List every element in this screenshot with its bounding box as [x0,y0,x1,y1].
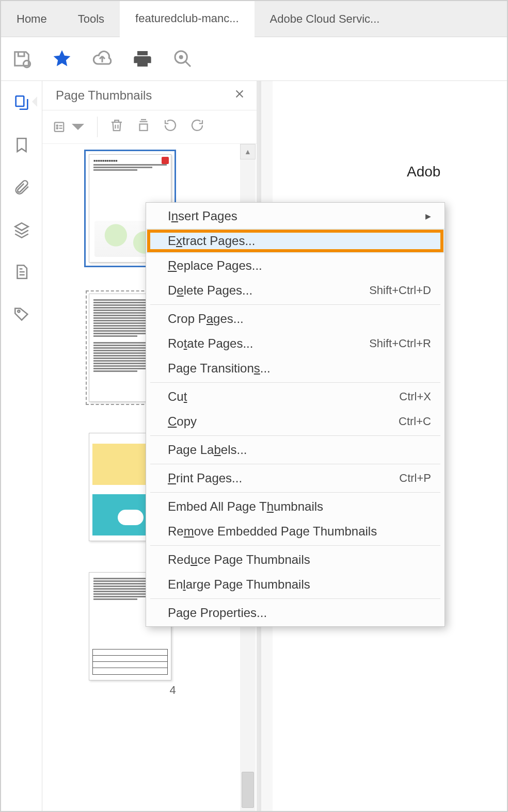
menu-copy[interactable]: Copy Ctrl+C [146,409,444,434]
attachment-icon[interactable] [13,178,30,199]
toolbar [1,37,507,81]
menu-page-transitions[interactable]: Page Transitions... [146,356,444,381]
save-icon[interactable] [11,48,32,69]
tab-bar: Home Tools featuredclub-manc... Adobe Cl… [1,1,507,37]
svg-rect-5 [55,122,64,132]
menu-insert-pages[interactable]: Insert Pages ▶ [146,204,444,229]
menu-page-properties[interactable]: Page Properties... [146,600,444,625]
menu-reduce-thumbnails[interactable]: Reduce Page Thumbnails [146,547,444,572]
shortcut-label: Shift+Ctrl+R [369,337,431,350]
menu-rotate-pages[interactable]: Rotate Pages... Shift+Ctrl+R [146,331,444,356]
panel-title: Page Thumbnails [56,88,152,103]
cloud-upload-icon[interactable] [92,48,113,69]
page-number-label: 4 [89,684,257,697]
context-menu: Insert Pages ▶ Extract Pages... Replace … [146,202,445,627]
tab-document-cloud-services[interactable]: Adobe Cloud Servic... [255,1,395,37]
thumbnails-icon[interactable] [13,94,30,115]
separator [150,545,440,546]
menu-replace-pages[interactable]: Replace Pages... [146,253,444,278]
navigation-pane [1,81,42,811]
separator [150,492,440,493]
star-icon[interactable] [52,48,72,69]
svg-point-2 [180,56,182,58]
menu-embed-thumbnails[interactable]: Embed All Page Thumbnails [146,494,444,519]
shortcut-label: Ctrl+P [399,472,431,485]
insert-page-icon[interactable] [136,118,151,136]
tab-document-featuredclub[interactable]: featuredclub-manc... [120,1,255,38]
menu-crop-pages[interactable]: Crop Pages... [146,306,444,331]
tab-home[interactable]: Home [1,1,62,37]
panel-toolbar [42,110,257,144]
menu-cut[interactable]: Cut Ctrl+X [146,384,444,409]
svg-point-6 [57,125,58,126]
print-icon[interactable] [132,48,153,69]
shortcut-label: Ctrl+C [399,415,431,428]
menu-remove-embedded-thumbnails[interactable]: Remove Embedded Page Thumbnails [146,519,444,544]
search-icon[interactable] [172,48,193,69]
menu-enlarge-thumbnails[interactable]: Enlarge Page Thumbnails [146,572,444,597]
separator [150,598,440,599]
page-icon[interactable] [13,263,30,284]
shortcut-label: Ctrl+X [399,390,431,403]
layers-icon[interactable] [13,221,30,241]
scroll-up-icon[interactable]: ▲ [240,144,256,159]
close-icon[interactable] [234,88,245,103]
svg-point-4 [18,310,20,312]
trash-icon[interactable] [109,118,124,136]
separator [150,382,440,383]
menu-print-pages[interactable]: Print Pages... Ctrl+P [146,466,444,491]
tag-icon[interactable] [13,305,30,326]
menu-page-labels[interactable]: Page Labels... [146,437,444,462]
rotate-cw-icon[interactable] [189,118,205,136]
doc-text: Adob [407,164,507,180]
svg-rect-8 [140,124,148,131]
scroll-thumb[interactable] [242,772,254,808]
menu-extract-pages[interactable]: Extract Pages... [146,229,444,253]
svg-point-7 [57,127,58,129]
menu-delete-pages[interactable]: Delete Pages... Shift+Ctrl+D [146,278,444,303]
tab-tools[interactable]: Tools [62,1,120,37]
divider [97,117,98,137]
separator [150,304,440,305]
separator [150,435,440,436]
submenu-arrow-icon: ▶ [425,212,431,220]
rotate-ccw-icon[interactable] [163,118,178,136]
bookmark-icon[interactable] [13,136,30,157]
svg-rect-3 [15,96,24,106]
options-dropdown-icon[interactable] [53,119,86,135]
separator [150,464,440,464]
panel-header: Page Thumbnails [42,81,257,110]
shortcut-label: Shift+Ctrl+D [369,284,431,297]
